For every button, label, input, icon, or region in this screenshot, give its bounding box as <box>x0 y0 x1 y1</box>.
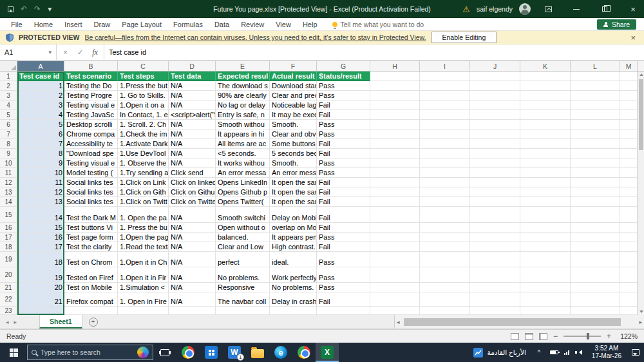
cell[interactable] <box>317 307 370 315</box>
cell[interactable] <box>216 307 270 315</box>
cell[interactable] <box>620 207 638 223</box>
row-header-21[interactable]: 21 <box>0 283 17 292</box>
cell[interactable] <box>420 178 470 187</box>
insert-function-icon[interactable]: fx <box>88 48 102 57</box>
ribbon-display-options-button[interactable] <box>537 0 559 18</box>
cell[interactable] <box>420 120 470 129</box>
cell[interactable]: 1.Open it in Fir <box>118 267 169 283</box>
taskbar-browser-button[interactable] <box>292 343 316 362</box>
cell[interactable]: The download s <box>216 81 270 91</box>
cell[interactable]: 1.Check the im <box>118 129 169 139</box>
row-header-4[interactable]: 4 <box>0 100 17 110</box>
cell[interactable]: Fail <box>317 100 370 110</box>
tab-help[interactable]: Help <box>297 21 323 28</box>
tab-page-layout[interactable]: Page Layout <box>116 21 167 28</box>
cell[interactable] <box>370 149 420 158</box>
cell[interactable] <box>571 149 620 158</box>
cell[interactable] <box>370 168 420 178</box>
cell[interactable] <box>370 207 420 223</box>
search-highlights-icon[interactable] <box>137 347 149 358</box>
redo-icon[interactable]: ↷ <box>34 5 41 14</box>
activation-warning-icon[interactable]: ⚠ <box>462 5 470 14</box>
name-box-dropdown-icon[interactable]: ▾ <box>48 49 52 55</box>
cell[interactable]: An error messa <box>270 168 317 178</box>
cell[interactable] <box>420 91 470 100</box>
cell[interactable]: Delay on Mobil <box>270 207 317 223</box>
cell[interactable] <box>520 168 571 178</box>
cell[interactable]: Pass <box>317 283 370 292</box>
cell[interactable]: Open without o <box>216 223 270 233</box>
scroll-up-icon[interactable] <box>639 73 643 76</box>
cell[interactable]: N/A <box>169 158 216 168</box>
cell[interactable] <box>420 207 470 223</box>
cell[interactable]: Test buttons Vi <box>64 223 118 233</box>
row-header-6[interactable]: 6 <box>0 120 17 129</box>
cell[interactable]: It open the sam <box>270 197 317 207</box>
row-header-11[interactable]: 11 <box>0 168 17 178</box>
cell[interactable]: N/A <box>169 252 216 267</box>
cell[interactable]: Clear and obvi <box>270 129 317 139</box>
cell[interactable]: Pass <box>317 129 370 139</box>
vertical-scroll-thumb[interactable] <box>639 79 643 150</box>
page-layout-view-icon[interactable] <box>525 333 533 340</box>
cell[interactable] <box>520 197 571 207</box>
cell[interactable]: 1.Simulation < <box>118 283 169 292</box>
cell[interactable] <box>370 178 420 187</box>
cell[interactable] <box>470 158 520 168</box>
column-header-C[interactable]: C <box>118 61 169 71</box>
cell[interactable] <box>370 267 420 283</box>
cell[interactable]: 16 <box>17 233 64 242</box>
minimize-button[interactable] <box>565 0 587 18</box>
cell[interactable]: 1 <box>17 81 64 91</box>
cell[interactable]: <5 seconds. <box>216 149 270 158</box>
cell[interactable] <box>571 120 620 129</box>
cell[interactable]: Fail <box>317 178 370 187</box>
new-sheet-button[interactable]: + <box>89 318 98 327</box>
cell[interactable]: balanced. <box>216 233 270 242</box>
cell[interactable]: Pass <box>317 91 370 100</box>
cell[interactable] <box>370 81 420 91</box>
select-all-button[interactable] <box>0 61 17 71</box>
cell[interactable]: It appears perf <box>270 233 317 242</box>
cell[interactable] <box>370 223 420 233</box>
cell[interactable]: Firefox compat <box>64 292 118 307</box>
cell[interactable]: 7 <box>17 139 64 149</box>
cell[interactable]: 15 <box>17 223 64 233</box>
row-header-22[interactable]: 22 <box>0 292 17 307</box>
cell[interactable] <box>571 91 620 100</box>
cell[interactable] <box>370 71 420 81</box>
cell[interactable] <box>571 242 620 252</box>
volume-icon[interactable] <box>575 350 582 356</box>
cell[interactable]: 90% are clearly <box>216 91 270 100</box>
horizontal-scrollbar[interactable]: ◂ ▸ <box>394 315 644 329</box>
cell[interactable] <box>17 307 64 315</box>
cell[interactable]: Pass <box>317 168 370 178</box>
undo-icon[interactable]: ↶ <box>21 5 27 14</box>
cell[interactable]: Pass <box>317 252 370 267</box>
cell[interactable]: Clear and Low <box>216 242 270 252</box>
cell[interactable] <box>370 242 420 252</box>
cell[interactable]: Delay in crash <box>270 292 317 307</box>
cell[interactable]: Pass <box>317 267 370 283</box>
page-break-view-icon[interactable] <box>539 333 547 340</box>
cell[interactable] <box>420 252 470 267</box>
cell[interactable]: 12 <box>17 187 64 197</box>
start-button[interactable] <box>0 343 27 362</box>
cell[interactable] <box>520 110 571 120</box>
cell[interactable]: "Download spe <box>64 149 118 158</box>
cell[interactable] <box>620 178 638 187</box>
cell[interactable] <box>470 100 520 110</box>
cell[interactable]: High contrast. <box>270 242 317 252</box>
cell[interactable]: 11 <box>17 178 64 187</box>
cell[interactable] <box>470 283 520 292</box>
account-name[interactable]: saif elgendy <box>477 5 513 13</box>
row-header-5[interactable]: 5 <box>0 110 17 120</box>
cell[interactable]: Work perfectly <box>270 267 317 283</box>
column-header-G[interactable]: G <box>317 61 370 71</box>
cell[interactable]: Test on Chrom <box>64 252 118 267</box>
cell[interactable] <box>420 158 470 168</box>
cell[interactable] <box>470 168 520 178</box>
cell[interactable]: 21 <box>17 292 64 307</box>
cell[interactable]: Fail <box>317 207 370 223</box>
cell[interactable] <box>571 139 620 149</box>
